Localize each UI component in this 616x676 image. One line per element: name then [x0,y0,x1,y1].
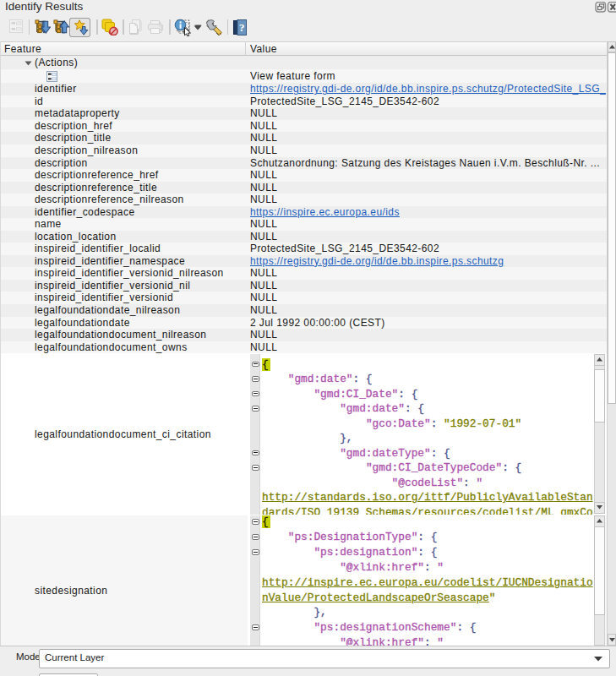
svg-text:?: ? [239,21,245,34]
